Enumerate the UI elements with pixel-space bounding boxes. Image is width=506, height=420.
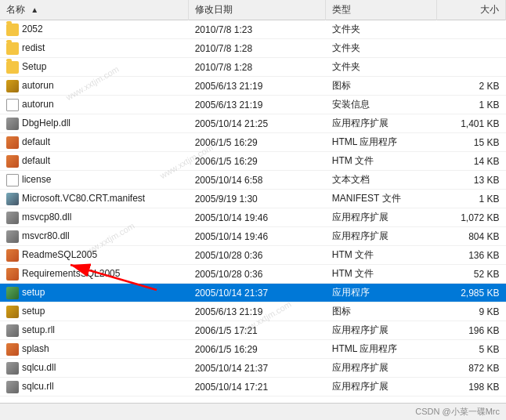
table-row[interactable]: default2006/1/5 16:29HTM 文件14 KB bbox=[0, 152, 506, 171]
table-row[interactable]: sqlspkglist.dll2005/10/14 21:35应用程序扩展16 … bbox=[0, 396, 506, 400]
file-type: MANIFEST 文件 bbox=[326, 190, 437, 208]
file-size: 9 KB bbox=[437, 302, 506, 321]
file-type: HTM 文件 bbox=[326, 265, 437, 284]
table-row[interactable]: setup2005/10/14 21:37应用程序2,985 KB bbox=[0, 284, 506, 302]
file-size bbox=[437, 58, 506, 77]
file-size: 1,072 KB bbox=[437, 208, 506, 227]
ico-icon bbox=[6, 306, 19, 318]
file-size: 5 KB bbox=[437, 340, 506, 359]
htm-icon bbox=[6, 155, 19, 168]
file-name: setup bbox=[0, 302, 189, 321]
file-type: 应用程序扩展 bbox=[326, 227, 437, 246]
col-size[interactable]: 大小 bbox=[437, 0, 506, 20]
file-size: 52 KB bbox=[437, 265, 506, 284]
file-name: default bbox=[0, 133, 189, 152]
file-explorer-container[interactable]: 名称 ▲ 修改日期 类型 大小 20522010/7/8 1:23文件夹redi… bbox=[0, 0, 506, 400]
file-type: 应用程序扩展 bbox=[326, 208, 437, 227]
file-size: 2,985 KB bbox=[437, 284, 506, 302]
col-type[interactable]: 类型 bbox=[326, 0, 437, 20]
table-row[interactable]: msvcp80.dll2005/10/14 19:46应用程序扩展1,072 K… bbox=[0, 208, 506, 227]
file-name: setup.rll bbox=[0, 321, 189, 340]
file-name: autorun bbox=[0, 77, 189, 96]
file-date: 2006/1/5 16:29 bbox=[189, 340, 326, 359]
file-name: msvcr80.dll bbox=[0, 227, 189, 246]
table-row[interactable]: Setup2010/7/8 1:28文件夹 bbox=[0, 58, 506, 77]
file-type: 图标 bbox=[326, 302, 437, 321]
file-name: sqlcu.rll bbox=[0, 378, 189, 396]
file-size: 1,401 KB bbox=[437, 114, 506, 133]
ico-icon bbox=[6, 80, 19, 92]
dll-icon bbox=[6, 230, 19, 243]
table-row[interactable]: autorun2005/6/13 21:19图标2 KB bbox=[0, 77, 506, 96]
file-name: default bbox=[0, 152, 189, 171]
txt-icon bbox=[6, 174, 19, 186]
table-row[interactable]: license2005/10/14 6:58文本文档13 KB bbox=[0, 171, 506, 190]
file-date: 2005/10/14 21:25 bbox=[189, 114, 326, 133]
file-name: sqlspkglist.dll bbox=[0, 396, 189, 400]
table-row[interactable]: redist2010/7/8 1:28文件夹 bbox=[0, 39, 506, 58]
file-size: 136 KB bbox=[437, 246, 506, 265]
file-date: 2005/10/14 6:58 bbox=[189, 171, 326, 190]
file-size: 2 KB bbox=[437, 77, 506, 96]
file-size bbox=[437, 39, 506, 58]
table-row[interactable]: default2006/1/5 16:29HTML 应用程序15 KB bbox=[0, 133, 506, 152]
table-row[interactable]: splash2006/1/5 16:29HTML 应用程序5 KB bbox=[0, 340, 506, 359]
table-row[interactable]: autorun2005/6/13 21:19安装信息1 KB bbox=[0, 96, 506, 114]
file-name: Setup bbox=[0, 58, 189, 77]
file-date: 2010/7/8 1:28 bbox=[189, 58, 326, 77]
table-row[interactable]: Microsoft.VC80.CRT.manifest2005/9/19 1:3… bbox=[0, 190, 506, 208]
htm-icon bbox=[6, 343, 19, 356]
manifest-icon bbox=[6, 193, 19, 205]
file-name: RequirementsSQL2005 bbox=[0, 265, 189, 284]
table-row[interactable]: RequirementsSQL20052005/10/28 0:36HTM 文件… bbox=[0, 265, 506, 284]
table-row[interactable]: setup.rll2006/1/5 17:21应用程序扩展196 KB bbox=[0, 321, 506, 340]
file-name: DbgHelp.dll bbox=[0, 114, 189, 133]
table-row[interactable]: DbgHelp.dll2005/10/14 21:25应用程序扩展1,401 K… bbox=[0, 114, 506, 133]
bottom-bar: CSDN @小菜一碟Mrc bbox=[0, 403, 506, 420]
table-row[interactable]: sqlcu.rll2005/10/14 17:21应用程序扩展198 KB bbox=[0, 378, 506, 396]
file-size: 872 KB bbox=[437, 359, 506, 378]
file-type: 文件夹 bbox=[326, 39, 437, 58]
htm-icon bbox=[6, 249, 19, 262]
dll-icon bbox=[6, 212, 19, 224]
file-name: redist bbox=[0, 39, 189, 58]
file-size: 196 KB bbox=[437, 321, 506, 340]
file-type: 应用程序扩展 bbox=[326, 378, 437, 396]
table-row[interactable]: setup2005/6/13 21:19图标9 KB bbox=[0, 302, 506, 321]
col-date[interactable]: 修改日期 bbox=[189, 0, 326, 20]
file-date: 2006/1/5 16:29 bbox=[189, 133, 326, 152]
file-date: 2005/10/14 19:46 bbox=[189, 227, 326, 246]
file-size: 198 KB bbox=[437, 378, 506, 396]
file-type: HTML 应用程序 bbox=[326, 340, 437, 359]
dll-icon bbox=[6, 324, 19, 337]
file-date: 2005/10/28 0:36 bbox=[189, 246, 326, 265]
file-date: 2005/6/13 21:19 bbox=[189, 302, 326, 321]
file-size: 1 KB bbox=[437, 190, 506, 208]
dll-icon bbox=[6, 362, 19, 375]
setup-icon bbox=[6, 287, 19, 299]
table-row[interactable]: ReadmeSQL20052005/10/28 0:36HTM 文件136 KB bbox=[0, 246, 506, 265]
table-row[interactable]: msvcr80.dll2005/10/14 19:46应用程序扩展804 KB bbox=[0, 227, 506, 246]
file-name: msvcp80.dll bbox=[0, 208, 189, 227]
file-size: 1 KB bbox=[437, 96, 506, 114]
file-date: 2005/10/14 21:37 bbox=[189, 359, 326, 378]
file-date: 2010/7/8 1:23 bbox=[189, 20, 326, 39]
file-type: 文件夹 bbox=[326, 20, 437, 39]
table-row[interactable]: sqlcu.dll2005/10/14 21:37应用程序扩展872 KB bbox=[0, 359, 506, 378]
dll-icon bbox=[6, 118, 19, 130]
file-size: 15 KB bbox=[437, 133, 506, 152]
file-date: 2005/10/14 19:46 bbox=[189, 208, 326, 227]
file-date: 2005/6/13 21:19 bbox=[189, 96, 326, 114]
file-name: ReadmeSQL2005 bbox=[0, 246, 189, 265]
file-type: 图标 bbox=[326, 77, 437, 96]
table-row[interactable]: 20522010/7/8 1:23文件夹 bbox=[0, 20, 506, 39]
file-size bbox=[437, 20, 506, 39]
dll-icon bbox=[6, 400, 19, 400]
col-name[interactable]: 名称 ▲ bbox=[0, 0, 189, 20]
file-size: 804 KB bbox=[437, 227, 506, 246]
file-type: HTM 文件 bbox=[326, 152, 437, 171]
file-date: 2005/6/13 21:19 bbox=[189, 77, 326, 96]
file-type: 文件夹 bbox=[326, 58, 437, 77]
file-name: 2052 bbox=[0, 20, 189, 39]
folder-icon bbox=[6, 61, 19, 74]
